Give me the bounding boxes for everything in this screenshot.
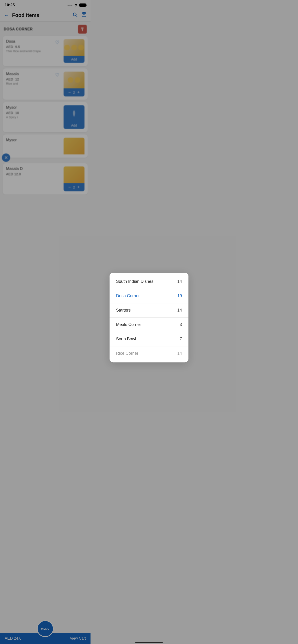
overlay[interactable] [0, 0, 91, 197]
